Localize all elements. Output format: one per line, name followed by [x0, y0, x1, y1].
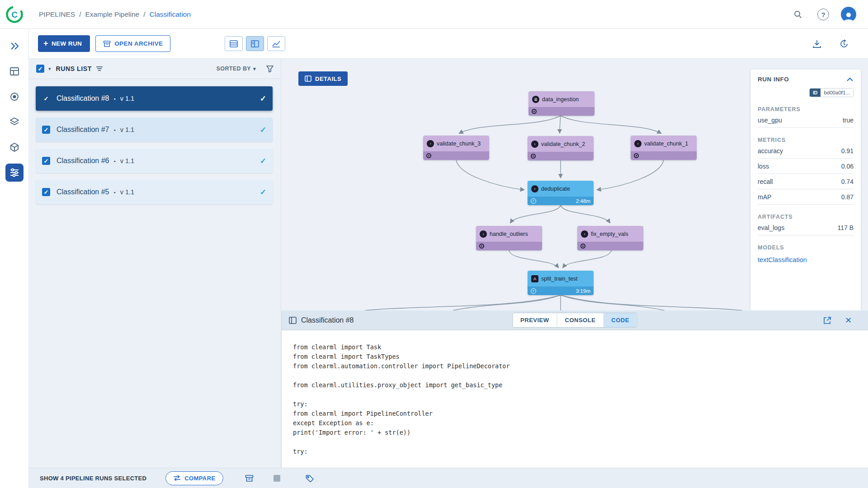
- pipeline-node-data-ingestion[interactable]: ≣ data_ingestion: [528, 91, 594, 116]
- new-run-button[interactable]: + NEW RUN: [38, 35, 90, 52]
- run-name: Classification #5: [57, 188, 109, 196]
- split-view-button[interactable]: [246, 36, 264, 51]
- checkbox-checked-icon[interactable]: ✓: [42, 157, 50, 165]
- node-label: deduplicate: [541, 186, 570, 192]
- abort-icon: [274, 475, 280, 482]
- selection-footer: SHOW 4 PIPELINE RUNS SELECTED COMPARE: [29, 468, 868, 488]
- pipeline-node-validate-chunk-3[interactable]: › validate_chunk_3: [423, 136, 489, 160]
- step-icon: ›: [634, 140, 642, 147]
- search-icon[interactable]: [790, 7, 806, 22]
- node-label: validate_chunk_2: [541, 141, 585, 147]
- node-label: split_train_test: [541, 276, 578, 282]
- bullet-separator: ●: [114, 97, 116, 100]
- layers-icon: [9, 117, 19, 127]
- table-view-button[interactable]: [225, 36, 243, 51]
- sidebar-item-reports[interactable]: [5, 138, 24, 156]
- node-duration: 3:19m: [576, 288, 590, 294]
- runs-list-panel: ✓ ▾ RUNS LIST SORTED BY ▾ ✓ Classificati…: [29, 59, 281, 468]
- archive-selected-icon[interactable]: [245, 474, 254, 482]
- pipeline-node-handle-outliers[interactable]: › handle_outliers: [476, 226, 542, 250]
- sorted-by-dropdown[interactable]: SORTED BY ▾: [217, 66, 256, 72]
- tab-preview[interactable]: PREVIEW: [513, 313, 557, 327]
- node-label: handle_outliers: [490, 231, 528, 237]
- sidebar-item-getting-started[interactable]: [5, 37, 24, 55]
- step-icon: ›: [480, 230, 487, 238]
- pipeline-node-split-train-test[interactable]: A split_train_test ✓ 3:19m: [528, 271, 594, 295]
- tab-code[interactable]: CODE: [604, 313, 637, 327]
- help-icon[interactable]: ?: [816, 7, 831, 22]
- cube-icon: [9, 142, 19, 152]
- run-name: Classification #7: [57, 126, 109, 134]
- pipeline-node-deduplicate[interactable]: › deduplicate ✓ 2:48m: [528, 181, 594, 205]
- sidebar-item-projects[interactable]: [5, 88, 24, 106]
- completed-check-icon: ✓: [260, 188, 266, 197]
- sidebar-item-pipelines[interactable]: [5, 164, 24, 182]
- run-id-badge[interactable]: ID bd00a0f1...: [809, 88, 854, 97]
- chart-view-button[interactable]: [267, 36, 285, 51]
- code-view: from clearml import Task from clearml im…: [282, 330, 868, 469]
- user-avatar[interactable]: [841, 7, 856, 22]
- models-section-title: MODELS: [758, 244, 854, 251]
- auto-refresh-icon[interactable]: [836, 36, 852, 52]
- pipelines-icon: [9, 168, 19, 177]
- runs-list-title: RUNS LIST: [56, 65, 92, 72]
- caret-down-icon: ▾: [253, 66, 256, 72]
- checkbox-checked-icon[interactable]: ✓: [42, 126, 50, 134]
- checkbox-checked-icon[interactable]: ✓: [42, 94, 50, 103]
- details-button[interactable]: DETAILS: [298, 71, 348, 86]
- sidebar-item-datasets[interactable]: [5, 113, 24, 131]
- step-icon: A: [531, 275, 538, 282]
- run-info-panel: RUN INFO ID bd00a0f1... PARAMETERS use_g…: [750, 70, 861, 310]
- selection-status-text: SHOW 4 PIPELINE RUNS SELECTED: [40, 475, 146, 482]
- run-list-item[interactable]: ✓ Classification #5 ● v 1.1 ✓: [36, 180, 273, 204]
- breadcrumb-root[interactable]: PIPELINES: [39, 10, 75, 19]
- model-link[interactable]: textClassification: [758, 256, 854, 263]
- run-list-item[interactable]: ✓ Classification #8 ● v 1.1 ✓: [36, 86, 273, 111]
- close-icon[interactable]: ✕: [845, 315, 852, 325]
- pipeline-node-validate-chunk-1[interactable]: › validate_chunk_1: [631, 136, 697, 160]
- open-in-new-icon[interactable]: [823, 316, 831, 324]
- view-toggle-group: [225, 36, 285, 51]
- run-info-title: RUN INFO: [758, 76, 789, 83]
- cached-status-icon: [479, 244, 484, 249]
- cached-status-icon: [634, 153, 639, 158]
- archive-icon: [103, 40, 111, 47]
- run-name: Classification #8: [57, 94, 109, 103]
- pipeline-source-code: from clearml import Task from clearml im…: [293, 343, 857, 456]
- select-all-checkbox[interactable]: ✓: [36, 65, 44, 73]
- id-label: ID: [810, 89, 821, 97]
- pipeline-dag-canvas[interactable]: DETAILS ≣ data_ingestion › validate_chun…: [281, 59, 868, 310]
- breadcrumb-project[interactable]: Example Pipeline: [85, 10, 139, 19]
- download-icon[interactable]: [809, 36, 825, 52]
- metrics-section-title: METRICS: [758, 137, 854, 143]
- run-version: v 1.1: [120, 95, 134, 102]
- column-settings-icon[interactable]: [96, 66, 103, 72]
- checkbox-checked-icon[interactable]: ✓: [42, 188, 50, 196]
- run-list-item[interactable]: ✓ Classification #7 ● v 1.1 ✓: [36, 117, 273, 142]
- compare-button[interactable]: COMPARE: [165, 471, 223, 485]
- run-detail-icon: [289, 317, 297, 324]
- pipeline-node-fix-empty-vals[interactable]: › fix_empty_vals: [577, 226, 643, 250]
- metric-row: accuracy 0.91: [758, 143, 854, 159]
- sidebar-item-dashboard[interactable]: [5, 62, 24, 80]
- bullet-separator: ●: [114, 191, 116, 194]
- completed-status-icon: ✓: [531, 198, 536, 204]
- open-archive-button[interactable]: OPEN ARCHIVE: [95, 35, 170, 52]
- node-duration: 2:48m: [576, 198, 590, 204]
- svg-text:C: C: [11, 10, 18, 19]
- select-all-caret-icon[interactable]: ▾: [48, 66, 51, 72]
- completed-check-icon: ✓: [260, 156, 266, 166]
- metric-row: recall 0.74: [758, 174, 854, 189]
- collapse-chevron-icon[interactable]: [846, 77, 854, 82]
- top-bar: C PIPELINES / Example Pipeline / Classif…: [0, 0, 868, 29]
- filter-icon[interactable]: [266, 66, 274, 72]
- tag-icon[interactable]: [306, 474, 314, 482]
- run-name: Classification #6: [57, 157, 109, 165]
- clearml-logo[interactable]: C: [5, 5, 24, 23]
- tab-console[interactable]: CONSOLE: [557, 313, 604, 327]
- pipeline-toolbar: + NEW RUN OPEN ARCHIVE: [29, 29, 868, 59]
- split-view-icon: [251, 40, 259, 47]
- bottom-panel-title: Classification #8: [301, 316, 354, 324]
- run-list-item[interactable]: ✓ Classification #6 ● v 1.1 ✓: [36, 149, 273, 173]
- pipeline-node-validate-chunk-2[interactable]: › validate_chunk_2: [528, 136, 594, 160]
